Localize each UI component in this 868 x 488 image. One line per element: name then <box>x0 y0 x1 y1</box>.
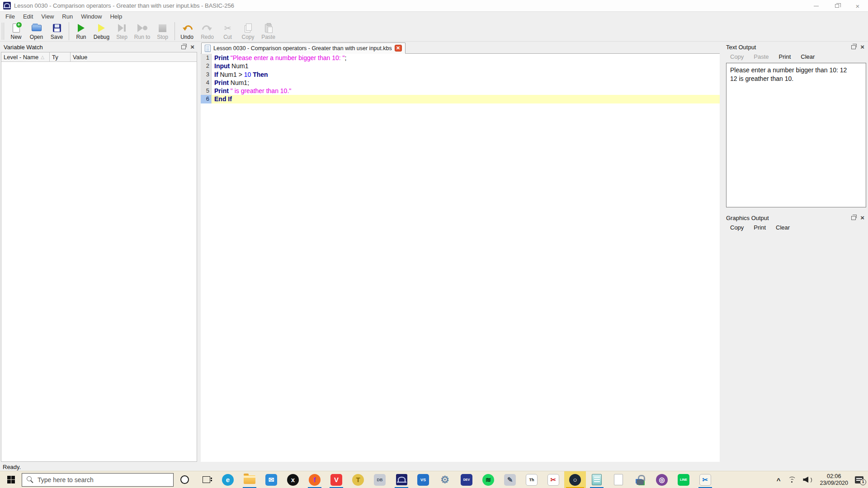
graphics-output-titlebar: Graphics Output × <box>723 213 868 223</box>
float-panel-icon[interactable] <box>851 45 856 49</box>
database-feather-icon[interactable]: ✎ <box>499 471 521 488</box>
print-button[interactable]: Print <box>749 224 771 231</box>
code-line-text[interactable]: Input Num1 <box>212 62 720 70</box>
file-explorer-icon[interactable] <box>239 471 260 488</box>
menu-view[interactable]: View <box>37 12 58 21</box>
vivaldi-icon[interactable]: V <box>326 471 347 488</box>
taskbar-clock[interactable]: 02:06 23/09/2020 <box>820 473 848 487</box>
task-view-icon <box>203 476 210 483</box>
basic256-icon[interactable] <box>391 471 412 488</box>
paste-button[interactable]: Paste <box>749 53 774 60</box>
code-line-text[interactable]: Print Num1; <box>212 79 720 87</box>
float-panel-icon[interactable] <box>851 216 856 220</box>
menu-file[interactable]: File <box>1 12 19 21</box>
blank-page-icon[interactable] <box>608 471 629 488</box>
code-area[interactable]: 1Print "Please enter a number bigger tha… <box>201 54 720 462</box>
copy-button[interactable]: Copy <box>725 224 749 231</box>
code-line-4: 4Print Num1; <box>201 79 720 87</box>
code-line-text[interactable]: End If <box>212 95 720 103</box>
undo-button[interactable]: Undo <box>177 22 197 40</box>
step-button[interactable]: Step <box>112 22 132 40</box>
cortana-button[interactable] <box>174 471 195 488</box>
toolbar-grip[interactable] <box>2 23 4 40</box>
debug-button[interactable]: Debug <box>91 22 112 40</box>
editor-tab[interactable]: Lesson 0030 - Comparison operators - Gre… <box>201 42 406 54</box>
menu-edit[interactable]: Edit <box>19 12 37 21</box>
column-header-value[interactable]: Value <box>71 52 197 61</box>
toolbar-button-label: New <box>10 34 21 40</box>
chevron-up-icon[interactable]: ^ <box>777 477 781 484</box>
line-app-icon[interactable]: LINE <box>673 471 694 488</box>
menu-run[interactable]: Run <box>58 12 77 21</box>
restore-icon <box>835 4 839 8</box>
column-header-level-name[interactable]: Level - Name△ <box>1 52 50 61</box>
snip-oval-icon[interactable]: ✂ <box>542 471 564 488</box>
text-output-box[interactable]: Please enter a number bigger than 10: 12… <box>726 63 866 207</box>
speaker-icon[interactable] <box>803 476 813 483</box>
th-app-icon[interactable]: Th <box>521 471 542 488</box>
clock-time: 02:06 <box>820 473 848 480</box>
toolbar-button-label: Undo <box>180 34 193 40</box>
column-header-ty[interactable]: Ty <box>50 52 71 61</box>
code-line-text[interactable]: Print "Please enter a number bigger than… <box>212 54 720 62</box>
line-number: 2 <box>201 62 212 70</box>
code-line-text[interactable]: Print " is greather than 10." <box>212 87 720 95</box>
text-output-buttons: CopyPastePrintClear <box>723 52 868 61</box>
mail-icon[interactable]: ✉ <box>260 471 282 488</box>
stop-button[interactable]: Stop <box>152 22 173 40</box>
close-button[interactable]: × <box>847 0 868 12</box>
open-button[interactable]: Open <box>26 22 47 40</box>
teapot-icon[interactable]: T <box>347 471 369 488</box>
search-input[interactable]: Type here to search <box>22 473 174 487</box>
edge-icon[interactable]: e <box>217 471 239 488</box>
spotify-icon[interactable]: ≋ <box>477 471 499 488</box>
open-folder-icon <box>32 25 42 31</box>
start-button[interactable] <box>0 471 22 488</box>
print-button[interactable]: Print <box>774 53 796 60</box>
clear-button[interactable]: Clear <box>771 224 795 231</box>
close-panel-icon[interactable]: × <box>860 45 864 49</box>
new-button[interactable]: New <box>6 22 26 40</box>
toolbar-button-label: Run <box>76 34 86 40</box>
steam-icon[interactable]: ○ <box>564 471 586 488</box>
toolbar-button-label: Open <box>30 34 43 40</box>
run-button[interactable]: Run <box>71 22 91 40</box>
run-to-button[interactable]: Run to <box>132 22 152 40</box>
toolbar-button-label: Paste <box>261 34 275 40</box>
copy-button[interactable]: Copy <box>238 22 258 40</box>
minimize-icon <box>814 6 819 6</box>
notepad-icon[interactable] <box>586 471 608 488</box>
new-file-icon <box>13 23 20 33</box>
xbox-icon[interactable]: x <box>282 471 304 488</box>
code-line-6: 6End If <box>201 95 720 103</box>
vpn-lock-icon[interactable] <box>629 471 651 488</box>
task-view-button[interactable] <box>195 471 217 488</box>
close-icon: × <box>856 3 860 9</box>
notification-icon[interactable]: 1 <box>855 476 863 483</box>
tor-browser-icon[interactable]: ◎ <box>651 471 673 488</box>
wifi-icon[interactable] <box>787 476 796 483</box>
minimize-button[interactable] <box>806 0 826 12</box>
variable-watch-dock-buttons: × <box>181 45 195 49</box>
code-line-text[interactable]: If Num1 > 10 Then <box>212 70 720 79</box>
vscode-icon[interactable]: VS <box>412 471 434 488</box>
database-gear-icon[interactable]: DB <box>369 471 391 488</box>
save-button[interactable]: Save <box>47 22 67 40</box>
paste-button[interactable]: Paste <box>258 22 278 40</box>
gear-app-icon[interactable]: ⚙ <box>434 471 456 488</box>
restore-button[interactable] <box>826 0 847 12</box>
menu-help[interactable]: Help <box>106 12 126 21</box>
menu-window[interactable]: Window <box>77 12 106 21</box>
copy-button[interactable]: Copy <box>725 53 749 60</box>
close-panel-icon[interactable]: × <box>190 45 194 49</box>
float-panel-icon[interactable] <box>181 45 186 49</box>
line-number: 6 <box>201 95 212 103</box>
devcpp-icon[interactable]: DEV <box>456 471 477 488</box>
clear-button[interactable]: Clear <box>796 53 820 60</box>
close-panel-icon[interactable]: × <box>860 216 864 220</box>
redo-button[interactable]: Redo <box>197 22 217 40</box>
screen-snip-icon[interactable]: ✂ <box>694 471 716 488</box>
cut-button[interactable]: Cut <box>217 22 238 40</box>
firefox-icon[interactable]: f <box>304 471 326 488</box>
close-tab-button[interactable]: ✕ <box>395 45 402 52</box>
